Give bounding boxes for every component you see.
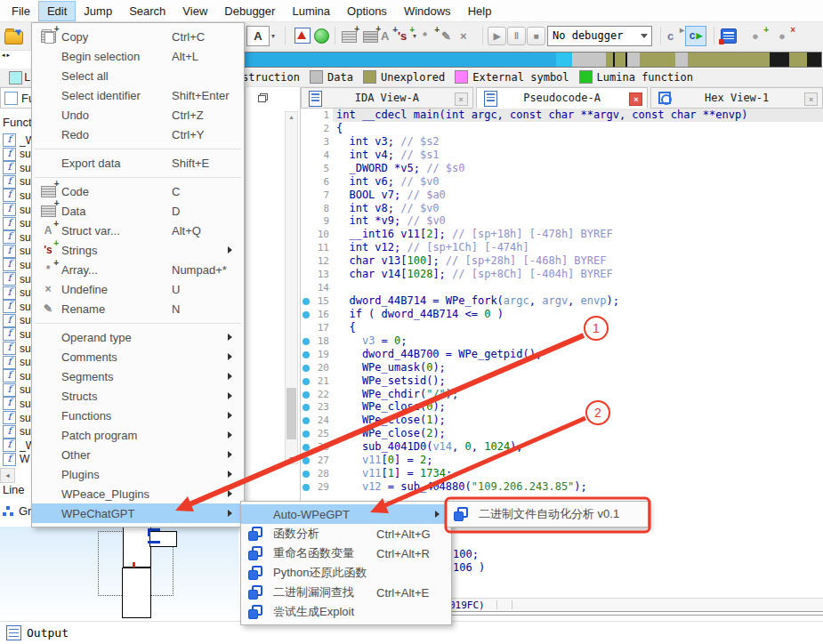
menu-item-wpeace-plugins[interactable]: WPeace_Plugins [32,484,244,503]
tab-ida-view-a[interactable]: IDA View-A× [301,87,473,109]
scrollbar-thumb[interactable] [286,388,296,439]
rename-icon[interactable]: ✎ [441,26,457,45]
function-list-item[interactable]: fsu [3,342,31,355]
navigator-band[interactable] [245,52,822,68]
function-list-item[interactable]: fsu [3,356,31,369]
menu-item-strings[interactable]: 's+Strings [32,240,244,260]
menu-item-rename[interactable]: ✎RenameN [32,299,244,318]
function-list-item[interactable]: fsu [3,314,31,327]
menubar-item-search[interactable]: Search [121,2,173,20]
tab-close-icon[interactable]: × [455,93,468,106]
menubar-item-file[interactable]: File [4,2,38,20]
menu-item-auto-wpegpt[interactable]: Auto-WPeGPT [241,504,451,524]
navigator-scroll-arrows[interactable]: ◂ ▸ [2,52,11,68]
menubar-item-lumina[interactable]: Lumina [284,2,338,20]
function-list-item[interactable]: fsu [3,369,31,382]
breakpoint-dot[interactable] [303,351,310,358]
dropdown-caret-icon[interactable]: ▾ [271,26,275,45]
tab-hex-view-1[interactable]: Hex View-1× [650,87,823,109]
problems-icon[interactable] [295,26,311,45]
menu-item-code[interactable]: CodeC [32,181,244,201]
tab-close-icon[interactable]: × [804,93,818,106]
struct-var-icon[interactable]: A+ [381,26,397,45]
menu-item-函数分析[interactable]: 函数分析Ctrl+Alt+G [241,524,451,543]
breakpoint-dot[interactable] [303,484,310,491]
menu-item-select-all[interactable]: Select all [32,66,244,85]
menu-item-export-data[interactable]: Export dataShift+E [32,153,244,173]
tab-pseudocode-a[interactable]: Pseudocode-A× [476,87,649,109]
strings-icon[interactable]: 's+ [398,26,414,45]
menu-item-重命名函数变量[interactable]: 重命名函数变量Ctrl+Alt+R [241,543,451,563]
menu-item-二进制漏洞查找[interactable]: 二进制漏洞查找Ctrl+Alt+E [241,583,451,602]
menu-item-struct-var-[interactable]: A+Struct var...Alt+Q [32,221,244,240]
breakpoint-dot[interactable] [303,378,310,385]
tab-close-icon[interactable]: × [629,93,642,106]
text-style-button[interactable]: A [246,26,270,45]
breakpoint-dot[interactable] [303,298,310,305]
breakpoint-dot[interactable] [303,391,310,398]
function-list-item[interactable]: fsu [3,217,31,230]
function-list-item[interactable]: fsu [3,425,31,439]
menu-item-copy[interactable]: CopyCtrl+C [32,27,244,46]
function-list-item[interactable]: fsu [3,327,31,341]
function-list-item[interactable]: fsu [3,272,31,286]
make-code-icon[interactable] [342,26,357,45]
pause-process-icon[interactable]: ‖ [507,26,526,45]
function-list-item[interactable]: fsu [3,397,31,410]
make-data-icon[interactable] [363,26,378,45]
functions-hscroll-left-button[interactable]: ◂ [0,468,15,483]
function-list-item[interactable]: fsu [3,300,31,313]
script-command-icon[interactable] [721,26,737,45]
scroll-up-icon[interactable]: ▴ [286,113,297,121]
breakpoint-dot[interactable] [303,365,310,372]
menu-item-comments[interactable]: Comments [32,347,244,366]
menu-item-data[interactable]: DataD [32,201,244,221]
menubar-item-windows[interactable]: Windows [396,2,459,20]
menu-item-other[interactable]: Other [32,445,244,464]
breakpoint-dot[interactable] [303,338,310,345]
graph-overview-tab[interactable]: Gr [3,504,31,518]
menubar-item-debugger[interactable]: Debugger [216,2,283,20]
function-list-item[interactable]: fsu [3,245,31,258]
function-list-item[interactable]: fsu [3,383,31,397]
function-list-item[interactable]: fsu [3,148,31,161]
detach-process-icon[interactable]: ●× [779,26,795,45]
float-window-icon[interactable] [258,93,268,102]
menu-item-undefine[interactable]: ×UndefineU [32,279,244,299]
menubar-item-help[interactable]: Help [460,2,500,20]
scroll-down-icon[interactable]: ▾ [286,455,297,463]
stop-process-icon[interactable]: ■ [527,26,545,45]
menu-item-wpechatgpt[interactable]: WPeChatGPT [32,503,244,523]
menubar-item-edit[interactable]: Edit [39,2,75,20]
function-list-item[interactable]: fsu [3,286,31,300]
menu-item-functions[interactable]: Functions [32,406,244,425]
menu-item-redo[interactable]: RedoCtrl+Y [32,125,244,144]
function-list-item[interactable]: fsu [3,203,31,216]
function-list-item[interactable]: fsu [3,161,31,174]
dropdown-caret-icon[interactable]: ▾ [413,26,416,45]
function-list-item[interactable]: fsu [3,230,31,244]
debugger-select[interactable]: No debugger [547,26,652,45]
function-list-item[interactable]: fsu [3,189,31,202]
menu-item-operand-type[interactable]: Operand type [32,327,244,347]
functions-vscrollbar[interactable]: ▴ ▾ [285,111,298,464]
status-indicator-icon[interactable] [314,26,329,45]
menubar-item-view[interactable]: View [174,2,215,20]
menu-item-plugins[interactable]: Plugins [32,464,244,484]
menu-item-尝试生成exploit[interactable]: 尝试生成Exploit [241,602,451,622]
breakpoint-dot[interactable] [303,311,310,318]
function-list-item[interactable]: fsu [3,175,31,189]
menubar-item-jump[interactable]: Jump [76,2,120,20]
step-until-call-icon[interactable]: c▸ [667,26,683,45]
function-list-item[interactable]: fsu [3,258,31,271]
menu-item-array-[interactable]: *+Array...Numpad+* [32,260,244,279]
menu-item-python还原此函数[interactable]: Python还原此函数 [241,563,451,583]
run-until-return-icon[interactable]: c▶ [685,26,706,45]
menu-item-begin-selection[interactable]: Begin selectionAlt+L [32,46,244,66]
continue-process-icon[interactable]: ▶ [488,26,506,45]
open-file-icon[interactable] [4,26,23,45]
array-icon[interactable]: *+ [423,26,439,45]
undefine-icon[interactable]: × [460,26,476,45]
graph-node[interactable] [122,568,151,618]
functions-window-tab[interactable]: Fu [0,87,32,109]
